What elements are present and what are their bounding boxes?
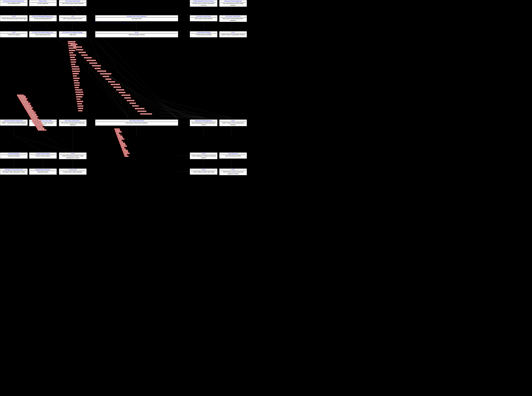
stub-label: Fleet Info bbox=[120, 144, 126, 146]
stub-label: Route Data bbox=[121, 146, 127, 147]
stub-label: Notice bbox=[116, 134, 120, 135]
node-regional-airport-operators: Regional Airport OperatorsRegional Airpo… bbox=[29, 169, 57, 175]
node-txdot-brownwood-tmc: TxDOTTxDOT Brownwood District Traffic Ma… bbox=[59, 152, 87, 159]
node-category-dps-div-em: DPS Division of Emergency Manage... bbox=[60, 32, 86, 33]
stub-label: Passenger Count bbox=[87, 60, 96, 61]
node-category-hill-country-transit-ridership-db: Hill Country Transit District... bbox=[60, 120, 86, 122]
stub-label: Transit Status bbox=[68, 41, 76, 42]
node-txdot-abilene-web: TxDOTTxDOT Abilene District Web Page bbox=[190, 169, 217, 175]
stub-label: Status Update bbox=[72, 68, 80, 70]
stub-label: EOC Status bbox=[124, 97, 131, 99]
stub-label: Signal bbox=[73, 75, 77, 77]
stub-label: Message bbox=[78, 108, 83, 109]
node-category-brownwood-street-dept: Brownwood Street Department bbox=[191, 120, 216, 122]
node-private-info-service-providers: Private Information Service ProvidersPri… bbox=[190, 0, 217, 7]
node-label-private-transit-providers: Private Transit Systems bbox=[30, 155, 56, 157]
node-category-txdot-brownwood-tmc: TxDOT bbox=[60, 153, 86, 154]
node-label-county-sheriff: County Public Safety Dispatch bbox=[60, 171, 86, 173]
node-label-hill-country-transit-maint-db: Hill Country Transit Maintenance Databas… bbox=[220, 18, 246, 21]
node-category-hill-country-transit-district: Hill Country Transit District bbox=[60, 0, 86, 2]
node-city-abilene-eoc: County and Municipal Emergency Ma...City… bbox=[0, 0, 28, 6]
stub-label: Notification bbox=[70, 54, 76, 56]
node-state-of-texas: State of TexasService Agencies bbox=[29, 0, 57, 6]
node-category-county-sheriff: County Sheriff bbox=[60, 169, 86, 170]
node-label-txdot-abilene-web: TxDOT Abilene District Web Page bbox=[191, 171, 216, 173]
stub-label: Request bbox=[74, 80, 78, 81]
node-txdot-central-texas-maint: TxDOTTxDOT Central Texas Maintenance Sec… bbox=[219, 119, 247, 126]
stub-label: Driver Info bbox=[105, 78, 111, 80]
stub-label: Alert Notification bbox=[121, 94, 130, 96]
stub-label: Response bbox=[78, 105, 83, 107]
node-financial-institution: Financial InstitutionFinancial Instituti… bbox=[0, 152, 28, 159]
node-label-txdot-brownwood-tmc: TxDOT Brownwood District Traffic Managem… bbox=[60, 155, 86, 158]
node-county-road-bridge: County Road and BridgeCounty Road and Br… bbox=[190, 31, 217, 37]
svg-line-27 bbox=[14, 135, 73, 152]
node-label-hill-country-rural-dispatch: Hill Country Transit Rural Dispatch bbox=[96, 122, 177, 124]
node-category-hill-country-transit-maint-db: Hill Country Transit District bbox=[220, 16, 246, 17]
stub-label: Road Closure bbox=[127, 100, 134, 101]
node-label-brownwood-street-dept: City of Brownwood Traffic Operations Cen… bbox=[191, 122, 216, 126]
node-label-dps-div-em: State EOC bbox=[60, 34, 86, 36]
stub-label: Status Update bbox=[68, 45, 76, 47]
node-label-central-texas-rural-transit: CARR - City and Rural Rides Dispatch bbox=[1, 122, 27, 124]
node-category-municipal-pwd: Municipal Public Works Department bbox=[96, 16, 177, 17]
node-category-noaa: NOAA bbox=[96, 32, 177, 33]
node-municipal-county-gov: Municipal or County GovernmentMunicipal … bbox=[0, 169, 28, 175]
stub-label: Fleet Info bbox=[118, 137, 123, 138]
node-category-txdot-abilene-web: TxDOT bbox=[191, 169, 216, 170]
svg-line-16 bbox=[161, 100, 231, 118]
node-label-city-brownwood-pwd: City of Brownwood PWD bbox=[220, 155, 246, 157]
node-label-county-road-bridge: County Road and Bridge bbox=[191, 34, 216, 36]
stub-label: Data Transfer bbox=[72, 66, 79, 67]
stub-label: Notification bbox=[73, 78, 80, 79]
stub-label: Traffic Info bbox=[95, 68, 101, 69]
stub-label: Ops Data bbox=[114, 128, 120, 130]
stub-label: Data Transfer bbox=[75, 89, 83, 91]
node-label-brownwood-police-dept: City of Brownwood Public Safety Dispatch bbox=[220, 3, 246, 6]
node-category-private-info-service-providers: Private Information Service Providers bbox=[191, 0, 216, 2]
stub-label: Weather Alert bbox=[76, 49, 83, 50]
node-label-brownwood-eoc: City of Brownwood EOC bbox=[30, 34, 56, 36]
node-category-county-municipal-eoc: County and Municipal Emergency Ma... bbox=[30, 16, 56, 17]
stub-label: Emergency Mgmt Data bbox=[140, 113, 152, 115]
node-txdot-pub-trans-div: TxDOTTxDOT Public Transportation Divisio… bbox=[219, 31, 247, 37]
stub-label: Dispatch Info bbox=[78, 52, 86, 53]
stub-label: Alert bbox=[121, 147, 125, 148]
stub-label: Alert bbox=[116, 133, 119, 134]
node-label-hill-country-transit-website: Hill Country Transit Website bbox=[191, 18, 216, 20]
node-label-dps-comm-service: DPS Communications Service bbox=[60, 18, 86, 20]
svg-line-11 bbox=[43, 6, 152, 118]
stub-label: Emergency Alert bbox=[92, 65, 101, 66]
node-category-brownwood-police-dept: Brownwood Police Department bbox=[220, 0, 246, 2]
diagram-container: County and Municipal Emergency Ma...City… bbox=[0, 0, 532, 396]
node-category-txdot-west-central-texas: TxDOT bbox=[220, 169, 246, 170]
svg-line-60 bbox=[168, 112, 214, 119]
stub-label: Notification bbox=[77, 101, 83, 102]
svg-line-59 bbox=[166, 111, 211, 119]
node-hill-country-transit-maint-db: Hill Country Transit DistrictHill Countr… bbox=[219, 15, 247, 22]
svg-line-62 bbox=[171, 116, 221, 119]
svg-line-7 bbox=[73, 6, 152, 118]
stub-label: Passenger Alert bbox=[38, 129, 46, 131]
stub-label: Comm Link bbox=[72, 73, 79, 74]
stub-label: Data Transfer bbox=[68, 43, 75, 44]
stub-label: Status Update bbox=[75, 92, 83, 93]
stub-label: Route Data bbox=[118, 138, 125, 140]
stub-label: Coordination Data bbox=[135, 108, 144, 109]
stub-label: Fleet Status bbox=[119, 92, 126, 93]
node-category-city-abilene-eoc: County and Municipal Emergency Ma... bbox=[1, 0, 27, 2]
node-label-noaa: National Weather Service bbox=[96, 34, 177, 36]
svg-line-18 bbox=[161, 109, 231, 118]
svg-line-45 bbox=[91, 61, 161, 118]
node-category-municipal-county-gov: Municipal or County Government bbox=[1, 169, 27, 170]
node-label-hill-country-transit-ridership-db: Hill Country Transit District Ridership … bbox=[60, 122, 86, 126]
node-hill-country-rural-dispatch: Hill Country Transit DistrictHill Countr… bbox=[95, 119, 178, 126]
svg-line-32 bbox=[100, 21, 129, 24]
node-category-central-texas-rural-transit: Central Texas Rural Transit District... bbox=[1, 120, 27, 122]
node-label-municipal-pwd: Municipal PWD bbox=[96, 18, 177, 20]
svg-line-61 bbox=[170, 114, 218, 119]
node-municipal-pwd: Municipal Public Works DepartmentMunicip… bbox=[95, 15, 178, 21]
node-hill-country-transit-district: Hill Country Transit DistrictHill Countr… bbox=[59, 0, 87, 6]
stub-label: Info Exchange bbox=[69, 47, 76, 49]
stub-label: Ops Data bbox=[122, 150, 128, 151]
